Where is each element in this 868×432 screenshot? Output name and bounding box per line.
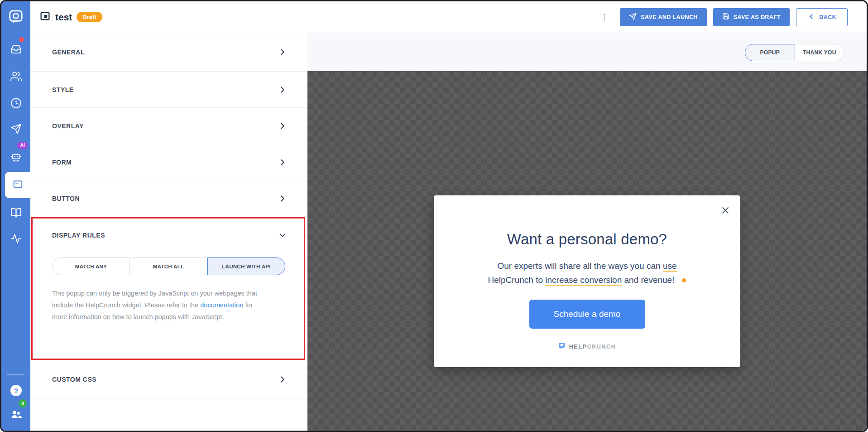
mode-match-any[interactable]: MATCH ANY [53,258,130,275]
chevron-right-icon [278,157,288,167]
help-button[interactable]: ? [10,385,22,396]
documentation-link[interactable]: documentation [200,301,243,309]
chevron-down-icon [278,230,288,240]
toolbar-actions: SAVE AND LAUNCH SAVE AS DRAFT BACK [600,8,848,26]
brand-word-crunch: CRUNCH [587,344,616,350]
team-count-badge: 3 [19,399,27,408]
mode-launch-with-api[interactable]: LAUNCH WITH API [207,257,285,275]
close-popup-button[interactable] [720,205,730,215]
transparent-checkerboard-canvas: Want a personal demo? Our experts will s… [307,71,867,431]
paper-plane-icon [10,123,22,135]
sidebar-item-popups-active[interactable] [5,172,30,198]
popup-icon [12,179,24,192]
section-general-label: GENERAL [52,49,85,56]
preview-view-switch: POPUP THANK YOU [745,44,844,61]
section-custom-css-label: CUSTOM CSS [52,376,96,383]
popup-heading: Want a personal demo? [434,195,740,248]
chevron-left-icon [807,13,815,22]
page-title: test [55,12,72,23]
unread-notification-dot [19,37,24,42]
sidebar-item-ai-bot[interactable]: AI [1,147,30,167]
sidebar-item-contacts[interactable] [1,66,30,86]
popup-preview-card: Want a personal demo? Our experts will s… [434,195,740,367]
question-mark-icon: ? [14,387,18,394]
mode-match-all[interactable]: MATCH ALL [130,258,207,275]
activity-pulse-icon [10,233,22,244]
preview-area: POPUP THANK YOU Want a personal demo? Ou… [307,33,867,431]
sidebar-item-knowledge-base[interactable] [1,203,30,223]
helpcrunch-branding[interactable]: HELPCRUNCH [434,342,740,352]
sidebar-item-reports[interactable] [1,228,30,248]
brand-wordmark: HELPCRUNCH [569,344,616,350]
sidebar-item-campaigns[interactable] [1,119,30,139]
back-button[interactable]: BACK [796,8,848,26]
save-as-draft-label: SAVE AS DRAFT [734,14,781,20]
save-and-launch-button[interactable]: SAVE AND LAUNCH [620,8,706,26]
section-style-label: STYLE [52,86,74,93]
section-style[interactable]: STYLE [30,72,307,108]
chevron-right-icon [278,85,288,95]
preview-topbar: POPUP THANK YOU [307,33,867,71]
section-overlay[interactable]: OVERLAY [30,108,307,144]
display-rules-description: This popup can only be triggered by Java… [52,287,264,323]
more-options-button[interactable] [600,12,609,23]
inbox-icon [10,44,22,55]
helpcrunch-logo[interactable] [1,7,30,28]
section-overlay-label: OVERLAY [52,122,84,130]
launch-send-icon [629,13,637,22]
section-display-rules-header[interactable]: DISPLAY RULES [30,217,307,253]
section-button[interactable]: BUTTON [30,180,307,217]
team-users-icon [10,408,22,420]
helpcrunch-logo-icon [8,9,24,25]
ai-badge: AI [17,142,28,149]
popup-body-segments: Our experts will share all the ways you … [488,261,677,286]
chevron-right-icon [278,121,288,131]
settings-panel: GENERAL STYLE OVERLAY FORM BUTTON [30,33,307,431]
section-form-label: FORM [52,159,72,166]
popup-body-text: Our experts will share all the ways you … [476,259,699,287]
chevron-right-icon [278,374,288,384]
tab-popup[interactable]: POPUP [745,44,795,61]
floppy-save-icon [722,13,729,21]
save-as-draft-button[interactable]: SAVE AS DRAFT [713,8,790,26]
tab-thank-you[interactable]: THANK YOU [795,44,844,61]
toolbar: test Draft SAVE AND LAUNCH [30,1,867,33]
section-form[interactable]: FORM [30,144,307,180]
status-badge: Draft [77,12,102,22]
section-button-label: BUTTON [52,195,80,202]
chevron-right-icon [278,194,288,204]
section-display-rules-label: DISPLAY RULES [52,232,105,239]
display-rules-mode-switch: MATCH ANY MATCH ALL LAUNCH WITH API [52,257,285,275]
brand-word-help: HELP [569,344,587,350]
section-display-rules-expanded: DISPLAY RULES MATCH ANY MATCH ALL LAUNCH… [30,217,307,360]
section-custom-css[interactable]: CUSTOM CSS [30,360,307,398]
robot-icon [10,151,22,164]
sidebar-divider [7,374,24,375]
back-label: BACK [819,14,836,20]
app-window: AI [0,0,868,432]
sidebar-item-inbox[interactable] [1,39,30,59]
clock-icon [10,97,22,109]
save-and-launch-label: SAVE AND LAUNCH [641,14,697,20]
sidebar-item-team[interactable]: 3 [1,404,30,424]
title-group: test Draft [39,10,102,24]
section-general[interactable]: GENERAL [30,33,307,72]
contacts-icon [10,71,22,82]
popup-type-icon [39,10,51,24]
sidebar: AI [1,1,30,431]
chevron-right-icon [278,47,288,57]
sidebar-item-history[interactable] [1,93,30,113]
schedule-demo-button[interactable]: Schedule a demo [529,300,645,329]
spellcheck-dot [682,278,686,282]
helpcrunch-brand-icon [558,342,566,352]
book-icon [10,207,22,218]
